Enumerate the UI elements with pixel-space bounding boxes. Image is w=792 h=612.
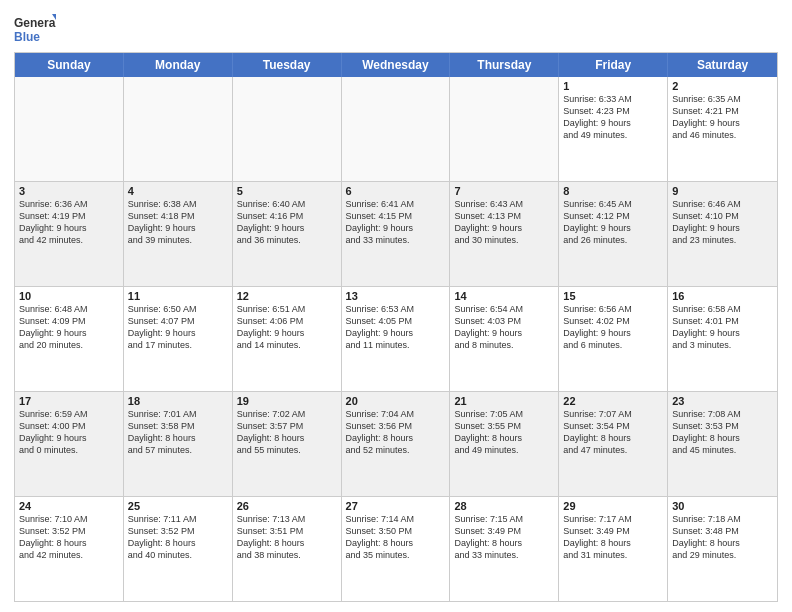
header-cell-monday: Monday	[124, 53, 233, 77]
calendar-row-1: 1Sunrise: 6:33 AM Sunset: 4:23 PM Daylig…	[15, 77, 777, 181]
day-number: 8	[563, 185, 663, 197]
top-section: General Blue	[14, 10, 778, 46]
page: General Blue SundayMondayTuesdayWednesda…	[0, 0, 792, 612]
header-cell-saturday: Saturday	[668, 53, 777, 77]
day-info: Sunrise: 6:59 AM Sunset: 4:00 PM Dayligh…	[19, 408, 119, 457]
cal-cell: 20Sunrise: 7:04 AM Sunset: 3:56 PM Dayli…	[342, 392, 451, 496]
calendar-row-5: 24Sunrise: 7:10 AM Sunset: 3:52 PM Dayli…	[15, 496, 777, 601]
day-info: Sunrise: 7:01 AM Sunset: 3:58 PM Dayligh…	[128, 408, 228, 457]
day-info: Sunrise: 6:58 AM Sunset: 4:01 PM Dayligh…	[672, 303, 773, 352]
cal-cell: 13Sunrise: 6:53 AM Sunset: 4:05 PM Dayli…	[342, 287, 451, 391]
day-number: 10	[19, 290, 119, 302]
day-number: 21	[454, 395, 554, 407]
day-info: Sunrise: 7:04 AM Sunset: 3:56 PM Dayligh…	[346, 408, 446, 457]
cal-cell: 8Sunrise: 6:45 AM Sunset: 4:12 PM Daylig…	[559, 182, 668, 286]
day-info: Sunrise: 7:17 AM Sunset: 3:49 PM Dayligh…	[563, 513, 663, 562]
day-number: 22	[563, 395, 663, 407]
calendar-row-2: 3Sunrise: 6:36 AM Sunset: 4:19 PM Daylig…	[15, 181, 777, 286]
cal-cell: 12Sunrise: 6:51 AM Sunset: 4:06 PM Dayli…	[233, 287, 342, 391]
calendar-row-4: 17Sunrise: 6:59 AM Sunset: 4:00 PM Dayli…	[15, 391, 777, 496]
day-number: 12	[237, 290, 337, 302]
day-number: 29	[563, 500, 663, 512]
cal-cell: 18Sunrise: 7:01 AM Sunset: 3:58 PM Dayli…	[124, 392, 233, 496]
cal-cell: 15Sunrise: 6:56 AM Sunset: 4:02 PM Dayli…	[559, 287, 668, 391]
cal-cell: 2Sunrise: 6:35 AM Sunset: 4:21 PM Daylig…	[668, 77, 777, 181]
cal-cell: 23Sunrise: 7:08 AM Sunset: 3:53 PM Dayli…	[668, 392, 777, 496]
cal-cell: 1Sunrise: 6:33 AM Sunset: 4:23 PM Daylig…	[559, 77, 668, 181]
cal-cell: 4Sunrise: 6:38 AM Sunset: 4:18 PM Daylig…	[124, 182, 233, 286]
day-number: 25	[128, 500, 228, 512]
cal-cell: 24Sunrise: 7:10 AM Sunset: 3:52 PM Dayli…	[15, 497, 124, 601]
day-number: 24	[19, 500, 119, 512]
day-number: 20	[346, 395, 446, 407]
calendar-header: SundayMondayTuesdayWednesdayThursdayFrid…	[15, 53, 777, 77]
day-info: Sunrise: 7:13 AM Sunset: 3:51 PM Dayligh…	[237, 513, 337, 562]
day-info: Sunrise: 6:40 AM Sunset: 4:16 PM Dayligh…	[237, 198, 337, 247]
day-number: 4	[128, 185, 228, 197]
day-info: Sunrise: 6:54 AM Sunset: 4:03 PM Dayligh…	[454, 303, 554, 352]
svg-text:Blue: Blue	[14, 30, 40, 44]
day-info: Sunrise: 7:18 AM Sunset: 3:48 PM Dayligh…	[672, 513, 773, 562]
day-info: Sunrise: 7:07 AM Sunset: 3:54 PM Dayligh…	[563, 408, 663, 457]
day-number: 26	[237, 500, 337, 512]
day-number: 1	[563, 80, 663, 92]
day-number: 18	[128, 395, 228, 407]
cal-cell: 19Sunrise: 7:02 AM Sunset: 3:57 PM Dayli…	[233, 392, 342, 496]
day-number: 15	[563, 290, 663, 302]
day-info: Sunrise: 6:35 AM Sunset: 4:21 PM Dayligh…	[672, 93, 773, 142]
logo: General Blue	[14, 14, 56, 46]
day-info: Sunrise: 6:46 AM Sunset: 4:10 PM Dayligh…	[672, 198, 773, 247]
cal-cell: 17Sunrise: 6:59 AM Sunset: 4:00 PM Dayli…	[15, 392, 124, 496]
day-number: 19	[237, 395, 337, 407]
cal-cell: 6Sunrise: 6:41 AM Sunset: 4:15 PM Daylig…	[342, 182, 451, 286]
cal-cell: 10Sunrise: 6:48 AM Sunset: 4:09 PM Dayli…	[15, 287, 124, 391]
day-info: Sunrise: 6:51 AM Sunset: 4:06 PM Dayligh…	[237, 303, 337, 352]
cal-cell	[124, 77, 233, 181]
cal-cell	[233, 77, 342, 181]
day-info: Sunrise: 6:48 AM Sunset: 4:09 PM Dayligh…	[19, 303, 119, 352]
calendar-body: 1Sunrise: 6:33 AM Sunset: 4:23 PM Daylig…	[15, 77, 777, 601]
day-info: Sunrise: 6:50 AM Sunset: 4:07 PM Dayligh…	[128, 303, 228, 352]
day-info: Sunrise: 7:14 AM Sunset: 3:50 PM Dayligh…	[346, 513, 446, 562]
cal-cell: 9Sunrise: 6:46 AM Sunset: 4:10 PM Daylig…	[668, 182, 777, 286]
logo-svg: General Blue	[14, 14, 56, 46]
calendar: SundayMondayTuesdayWednesdayThursdayFrid…	[14, 52, 778, 602]
cal-cell: 28Sunrise: 7:15 AM Sunset: 3:49 PM Dayli…	[450, 497, 559, 601]
day-info: Sunrise: 7:05 AM Sunset: 3:55 PM Dayligh…	[454, 408, 554, 457]
day-number: 9	[672, 185, 773, 197]
svg-text:General: General	[14, 16, 56, 30]
day-number: 17	[19, 395, 119, 407]
day-info: Sunrise: 6:56 AM Sunset: 4:02 PM Dayligh…	[563, 303, 663, 352]
day-number: 23	[672, 395, 773, 407]
cal-cell: 3Sunrise: 6:36 AM Sunset: 4:19 PM Daylig…	[15, 182, 124, 286]
cal-cell: 5Sunrise: 6:40 AM Sunset: 4:16 PM Daylig…	[233, 182, 342, 286]
day-info: Sunrise: 6:53 AM Sunset: 4:05 PM Dayligh…	[346, 303, 446, 352]
day-info: Sunrise: 7:15 AM Sunset: 3:49 PM Dayligh…	[454, 513, 554, 562]
day-number: 6	[346, 185, 446, 197]
day-number: 5	[237, 185, 337, 197]
header-cell-tuesday: Tuesday	[233, 53, 342, 77]
cal-cell: 14Sunrise: 6:54 AM Sunset: 4:03 PM Dayli…	[450, 287, 559, 391]
cal-cell: 21Sunrise: 7:05 AM Sunset: 3:55 PM Dayli…	[450, 392, 559, 496]
day-info: Sunrise: 6:45 AM Sunset: 4:12 PM Dayligh…	[563, 198, 663, 247]
header-cell-friday: Friday	[559, 53, 668, 77]
day-info: Sunrise: 7:08 AM Sunset: 3:53 PM Dayligh…	[672, 408, 773, 457]
cal-cell: 11Sunrise: 6:50 AM Sunset: 4:07 PM Dayli…	[124, 287, 233, 391]
day-number: 28	[454, 500, 554, 512]
day-info: Sunrise: 7:10 AM Sunset: 3:52 PM Dayligh…	[19, 513, 119, 562]
cal-cell: 30Sunrise: 7:18 AM Sunset: 3:48 PM Dayli…	[668, 497, 777, 601]
day-number: 3	[19, 185, 119, 197]
header-cell-thursday: Thursday	[450, 53, 559, 77]
day-info: Sunrise: 6:36 AM Sunset: 4:19 PM Dayligh…	[19, 198, 119, 247]
day-number: 2	[672, 80, 773, 92]
day-info: Sunrise: 6:33 AM Sunset: 4:23 PM Dayligh…	[563, 93, 663, 142]
cal-cell	[15, 77, 124, 181]
header-cell-sunday: Sunday	[15, 53, 124, 77]
day-info: Sunrise: 6:41 AM Sunset: 4:15 PM Dayligh…	[346, 198, 446, 247]
cal-cell	[342, 77, 451, 181]
cal-cell: 22Sunrise: 7:07 AM Sunset: 3:54 PM Dayli…	[559, 392, 668, 496]
day-number: 7	[454, 185, 554, 197]
day-info: Sunrise: 6:43 AM Sunset: 4:13 PM Dayligh…	[454, 198, 554, 247]
cal-cell: 16Sunrise: 6:58 AM Sunset: 4:01 PM Dayli…	[668, 287, 777, 391]
day-info: Sunrise: 6:38 AM Sunset: 4:18 PM Dayligh…	[128, 198, 228, 247]
